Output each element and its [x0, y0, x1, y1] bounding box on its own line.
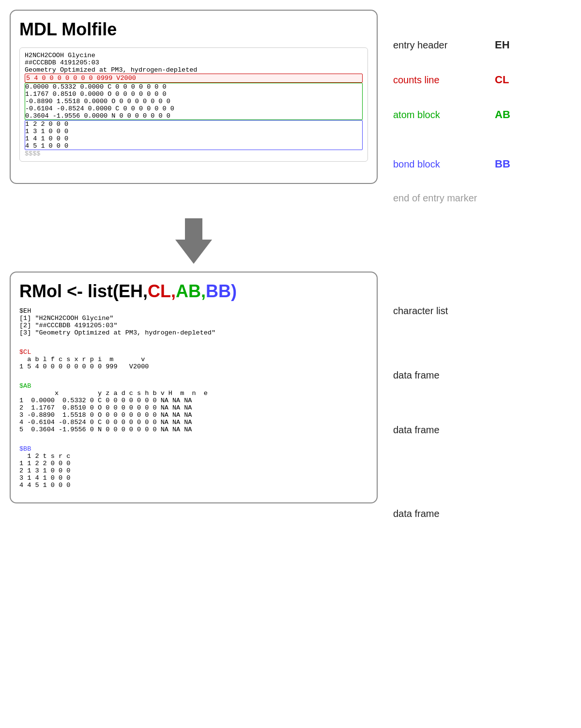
legend-panel: entry header EH counts line CL atom bloc… [393, 10, 514, 207]
rmol-bb-cols: 1 2 t s r c [19, 453, 368, 460]
molfile-counts: 5 4 0 0 0 0 0 0 0 0999 V2000 [25, 74, 363, 83]
rmol-cl-cols: a b l f c s x r p i m v [19, 356, 368, 363]
rmol-eh-data: [1] "H2NCH2COOH Glycine" [2] "##CCCBDB 4… [19, 315, 368, 336]
main-container: MDL Molfile H2NCH2COOH Glycine ##CCCBDB … [10, 10, 571, 519]
rmol-title-prefix: RMol <- list(EH, [19, 281, 148, 301]
molfile-atom4: -0.6104 -0.8524 0.0000 C 0 0 0 0 0 0 0 [25, 105, 174, 112]
rmol-cl-data: 1 5 4 0 0 0 0 0 0 0 0 999 V2000 [19, 363, 368, 370]
rmol-cl-section: $CL a b l f c s x r p i m v 1 5 4 0 0 0 … [19, 349, 368, 370]
molfile-bond2: 1 3 1 0 0 0 [25, 128, 68, 135]
molfile-atom3: -0.8890 1.5518 0.0000 O 0 0 0 0 0 0 0 [25, 98, 170, 105]
rmol-title-ab: AB, [176, 281, 206, 301]
rmol-side-labels: character list data frame data frame dat… [393, 272, 448, 519]
molfile-bond4: 4 5 1 0 0 0 [25, 142, 68, 150]
molfile-inner: H2NCH2COOH Glycine ##CCCBDB 4191205:03 G… [19, 47, 368, 162]
rmol-bb-data: 1 1 2 2 0 0 0 2 1 3 1 0 0 0 3 1 4 1 0 0 … [19, 460, 368, 489]
legend-code-bb: BB [495, 158, 514, 170]
rmol-box: RMol <- list(EH,CL,AB,BB) $EH [1] "H2NCH… [10, 272, 378, 503]
molfile-header3: Geometry Optimized at PM3, hydrogen-depl… [25, 66, 363, 74]
legend-label-end: end of entry marker [393, 193, 480, 204]
rmol-title: RMol <- list(EH,CL,AB,BB) [19, 281, 368, 302]
rmol-title-cl: CL, [148, 281, 176, 301]
rmol-ab-header: $AB [19, 382, 368, 390]
side-label-df2: data frame [393, 425, 448, 436]
rmol-title-bb: BB) [206, 281, 237, 301]
bottom-section: RMol <- list(EH,CL,AB,BB) $EH [1] "H2NCH… [10, 272, 571, 519]
legend-label-bb: bond block [393, 159, 480, 170]
rmol-eh-section: $EH [1] "H2NCH2COOH Glycine" [2] "##CCCB… [19, 307, 368, 336]
molfile-atom1: 0.0000 0.5332 0.0000 C 0 0 0 0 0 0 0 [25, 83, 167, 91]
side-label-df3: data frame [393, 508, 448, 519]
rmol-ab-data: 1 0.0000 0.5332 0 C 0 0 0 0 0 0 0 NA NA … [19, 397, 368, 433]
arrow-section [10, 207, 378, 272]
molfile-atom-block: 0.0000 0.5332 0.0000 C 0 0 0 0 0 0 0 1.1… [25, 83, 363, 120]
molfile-title: MDL Molfile [19, 19, 368, 40]
rmol-ab-cols: x y z a d c s h b v H m n e [19, 390, 368, 397]
rmol-bb-section: $BB 1 2 t s r c 1 1 2 2 0 0 0 2 1 3 1 0 … [19, 445, 368, 489]
legend-label-ab: atom block [393, 109, 480, 121]
molfile-end: $$$$ [25, 150, 363, 157]
molfile-atom2: 1.1767 0.8510 0.0000 O 0 0 0 0 0 0 0 [25, 91, 167, 98]
legend-code-cl: CL [495, 74, 514, 86]
legend-label-eh: entry header [393, 40, 480, 51]
rmol-cl-header: $CL [19, 349, 368, 356]
side-label-df1: data frame [393, 370, 448, 381]
rmol-ab-section: $AB x y z a d c s h b v H m n e 1 0.0000… [19, 382, 368, 433]
legend-row-ab: atom block AB [393, 108, 514, 121]
legend-code-eh: EH [495, 39, 514, 51]
molfile-box: MDL Molfile H2NCH2COOH Glycine ##CCCBDB … [10, 10, 378, 184]
molfile-header1: H2NCH2COOH Glycine [25, 52, 363, 59]
top-section: MDL Molfile H2NCH2COOH Glycine ##CCCBDB … [10, 10, 571, 207]
legend-row-end: end of entry marker [393, 193, 514, 204]
legend-row-eh: entry header EH [393, 39, 514, 51]
molfile-bond3: 1 4 1 0 0 0 [25, 135, 68, 142]
rmol-bb-header: $BB [19, 445, 368, 453]
legend-row-cl: counts line CL [393, 74, 514, 86]
molfile-bond-block: 1 2 2 0 0 0 1 3 1 0 0 0 1 4 1 0 0 0 4 5 … [25, 120, 363, 150]
molfile-header2: ##CCCBDB 4191205:03 [25, 59, 363, 66]
legend-code-ab: AB [495, 108, 514, 121]
molfile-atom5: 0.3604 -1.9556 0.0000 N 0 0 0 0 0 0 0 [25, 112, 170, 120]
legend-row-bb: bond block BB [393, 158, 514, 170]
rmol-content: $EH [1] "H2NCH2COOH Glycine" [2] "##CCCB… [19, 307, 368, 489]
rmol-eh-header: $EH [19, 307, 368, 315]
molfile-bond1: 1 2 2 0 0 0 [25, 121, 68, 128]
side-label-char: character list [393, 305, 448, 317]
legend-label-cl: counts line [393, 75, 480, 86]
